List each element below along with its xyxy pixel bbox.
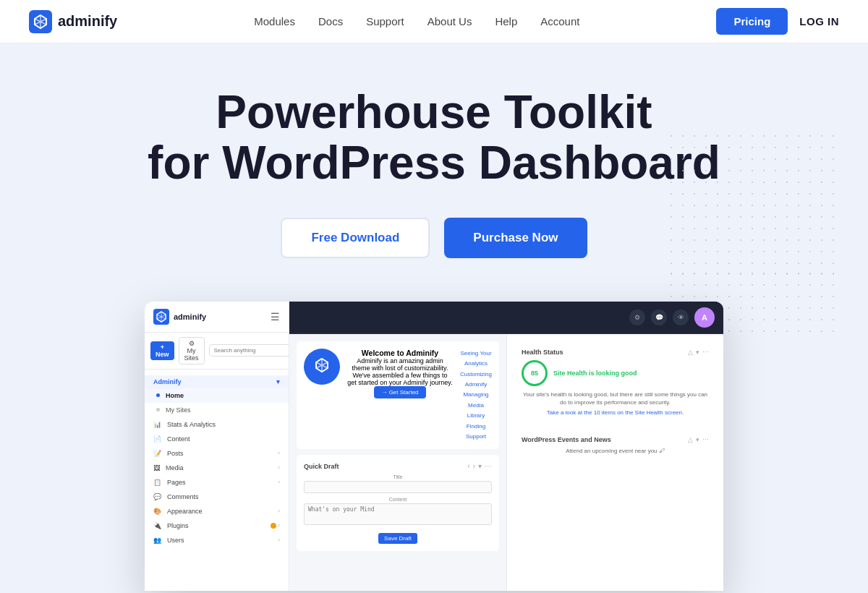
nav-media[interactable]: 🖼 Media ‹ <box>145 461 289 475</box>
nav-links: Modules Docs Support About Us Help Accou… <box>254 15 579 28</box>
logo-text: adminify <box>58 13 117 30</box>
events-menu-icon[interactable]: ⋯ <box>702 436 709 443</box>
media-chevron: ‹ <box>278 464 280 471</box>
events-description: Attend an upcoming event near you 🖊 <box>522 448 709 454</box>
scroll-left-icon[interactable]: ‹ <box>467 462 469 470</box>
draft-close-btn[interactable]: ⋯ <box>485 462 492 470</box>
events-widget: WordPress Events and News △ ▾ ⋯ Attend a… <box>514 429 716 461</box>
nav-comments[interactable]: 💬 Comments <box>145 490 289 504</box>
wp-main-topbar: ⚙ 💬 👁 A <box>289 302 723 334</box>
quick-draft-controls: ‹ › ▾ ⋯ <box>467 462 492 470</box>
health-description: Your site's health is looking good, but … <box>522 391 709 406</box>
login-button[interactable]: LOG IN <box>799 15 839 27</box>
health-score-area: 85 Site Health is looking good <box>522 360 709 386</box>
welcome-links: Seeing Your Analytics Customizing Admini… <box>460 349 492 443</box>
health-widget: Health Status △ ▾ ⋯ 85 <box>514 341 716 423</box>
get-started-button[interactable]: → Get Started <box>374 386 425 398</box>
purchase-now-button[interactable]: Purchase Now <box>444 218 587 258</box>
welcome-logo-icon <box>312 357 332 377</box>
wp-logo-small: adminify <box>153 309 206 325</box>
home-dot <box>156 393 160 397</box>
search-input[interactable] <box>209 344 289 357</box>
mysites-dot <box>156 408 160 411</box>
nav-content[interactable]: 📄 Content <box>145 432 289 446</box>
free-download-button[interactable]: Free Download <box>281 218 430 258</box>
nav-home[interactable]: Home <box>145 388 289 403</box>
pages-chevron: ‹ <box>278 479 280 485</box>
nav-posts[interactable]: 📝 Posts ‹ <box>145 446 289 461</box>
welcome-widget: Welcome to Adminify Adminify is an amazi… <box>297 341 499 450</box>
nav-support[interactable]: Support <box>366 15 404 27</box>
nav-modules[interactable]: Modules <box>254 15 295 27</box>
events-expand-icon[interactable]: △ <box>688 436 693 443</box>
logo[interactable]: adminify <box>29 10 117 33</box>
nav-stats[interactable]: 📊 Stats & Analytics <box>145 417 289 432</box>
nav-docs[interactable]: Docs <box>318 15 343 27</box>
posts-chevron: ‹ <box>278 450 280 456</box>
eye-icon[interactable]: 👁 <box>673 310 689 325</box>
welcome-panel: Welcome to Adminify Adminify is an amazi… <box>289 334 506 591</box>
link-customize[interactable]: Customizing Adminify <box>460 370 492 391</box>
appearance-icon: 🎨 <box>153 508 161 515</box>
content-textarea[interactable] <box>304 503 492 525</box>
wp-action-bar: + New ⚙ My Sites <box>145 333 289 370</box>
dashboard-preview: adminify ☰ + New ⚙ My Sites Adminify ▾ <box>29 302 839 591</box>
appearance-chevron: ‹ <box>278 508 280 514</box>
chat-icon[interactable]: 💬 <box>651 310 667 325</box>
health-menu-icon[interactable]: ⋯ <box>702 349 709 356</box>
health-link[interactable]: Take a look at the 10 items on the Site … <box>522 409 709 416</box>
users-chevron: ‹ <box>278 537 280 543</box>
link-media[interactable]: Managing Media Library <box>460 390 492 421</box>
comments-icon: 💬 <box>153 493 161 500</box>
title-field: Title <box>304 474 492 493</box>
wp-mini-logo <box>153 309 169 325</box>
wp-main: ⚙ 💬 👁 A <box>289 302 723 591</box>
nav-adminify-section[interactable]: Adminify ▾ <box>145 375 289 388</box>
nav-users[interactable]: 👥 Users ‹ <box>145 533 289 547</box>
link-support[interactable]: Finding Support <box>460 422 492 443</box>
dots-decoration-top <box>665 130 839 275</box>
nav-about[interactable]: About Us <box>427 15 472 27</box>
navbar: adminify Modules Docs Support About Us H… <box>0 0 868 43</box>
events-controls: △ ▾ ⋯ <box>688 436 709 443</box>
nav-pages[interactable]: 📋 Pages ‹ <box>145 475 289 490</box>
quick-draft-title: Quick Draft <box>304 463 339 470</box>
health-chevron-icon[interactable]: ▾ <box>696 349 699 356</box>
user-avatar[interactable]: A <box>694 307 715 328</box>
health-controls: △ ▾ ⋯ <box>688 349 709 356</box>
nav-plugins[interactable]: 🔌 Plugins ‹ <box>145 519 289 533</box>
logo-icon <box>29 10 52 33</box>
title-input[interactable] <box>304 481 492 493</box>
nav-appearance[interactable]: 🎨 Appearance ‹ <box>145 504 289 519</box>
wp-topbar: adminify ☰ <box>145 302 289 333</box>
posts-icon: 📝 <box>153 450 161 457</box>
nav-mysites[interactable]: My Sites <box>145 403 289 417</box>
save-draft-button[interactable]: Save Draft <box>378 533 417 544</box>
stats-icon: 📊 <box>153 421 161 428</box>
wp-main-content-area: Welcome to Adminify Adminify is an amazi… <box>289 334 723 591</box>
new-button[interactable]: + New <box>150 341 174 360</box>
welcome-text-area: Welcome to Adminify Adminify is an amazi… <box>347 349 453 398</box>
events-chevron-icon[interactable]: ▾ <box>696 436 699 443</box>
media-icon: 🖼 <box>153 464 160 472</box>
pricing-button[interactable]: Pricing <box>716 8 788 35</box>
hamburger-icon[interactable]: ☰ <box>271 311 280 323</box>
preview-window: adminify ☰ + New ⚙ My Sites Adminify ▾ <box>145 302 723 591</box>
scroll-right-icon[interactable]: › <box>473 462 475 470</box>
plugins-badge <box>271 523 276 529</box>
welcome-logo <box>304 349 340 385</box>
wp-sidebar: adminify ☰ + New ⚙ My Sites Adminify ▾ <box>145 302 289 591</box>
nav-help[interactable]: Help <box>495 15 517 27</box>
health-expand-icon[interactable]: △ <box>688 349 693 356</box>
content-icon: 📄 <box>153 435 161 443</box>
title-label: Title <box>304 474 492 479</box>
quick-draft-widget: Quick Draft ‹ › ▾ ⋯ Title <box>297 455 499 551</box>
link-analytics[interactable]: Seeing Your Analytics <box>460 349 492 370</box>
nav-account[interactable]: Account <box>540 15 579 27</box>
pages-icon: 📋 <box>153 479 161 486</box>
my-sites-button[interactable]: ⚙ My Sites <box>179 337 205 364</box>
toggle-icon[interactable]: ⚙ <box>629 310 645 325</box>
health-header: Health Status △ ▾ ⋯ <box>522 349 709 356</box>
events-title: WordPress Events and News <box>522 436 611 443</box>
draft-chevron-down[interactable]: ▾ <box>478 462 482 470</box>
